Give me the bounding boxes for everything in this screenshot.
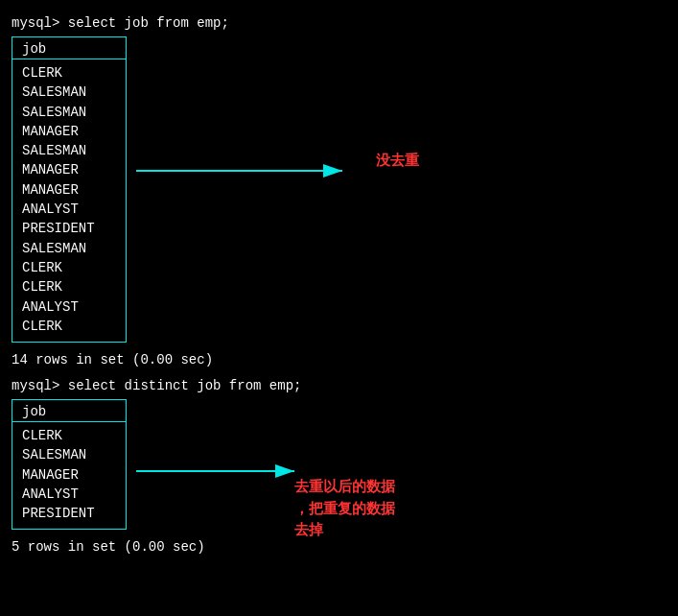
table-row: ANALYST: [22, 200, 116, 219]
arrow1: [136, 152, 357, 190]
annotation2-line2: ，把重复的数据: [294, 498, 395, 520]
annotation2: 去重以后的数据 ，把重复的数据 去掉: [294, 476, 395, 541]
table-row: MANAGER: [22, 180, 116, 200]
table-row: SALESMAN: [22, 239, 116, 258]
table-row: CLERK: [22, 258, 116, 277]
table-row: PRESIDENT: [22, 219, 116, 238]
table2-body: CLERKSALESMANMANAGERANALYSTPRESIDENT: [12, 422, 126, 529]
table-row: SALESMAN: [22, 103, 116, 122]
table-row: ANALYST: [22, 485, 116, 504]
result1-line: 14 rows in set (0.00 sec): [12, 352, 666, 367]
table-row: ANALYST: [22, 297, 116, 317]
table-row: CLERK: [22, 317, 116, 336]
table-row: CLERK: [22, 277, 116, 296]
command2: mysql> select distinct job from emp;: [12, 378, 666, 393]
table-row: MANAGER: [22, 122, 116, 141]
result-table-2: job CLERKSALESMANMANAGERANALYSTPRESIDENT: [12, 399, 127, 530]
annotation1: 没去重: [376, 152, 419, 170]
query1-section: mysql> select job from emp; job CLERKSAL…: [12, 15, 666, 370]
table-row: MANAGER: [22, 160, 116, 179]
annotation2-line1: 去重以后的数据: [294, 476, 395, 498]
command1: mysql> select job from emp;: [12, 15, 666, 31]
arrow2: [136, 452, 309, 490]
table2-header: job: [12, 400, 126, 422]
table-row: CLERK: [22, 426, 116, 445]
table-row: CLERK: [22, 63, 116, 83]
table-row: SALESMAN: [22, 141, 116, 160]
table-row: SALESMAN: [22, 83, 116, 102]
table-row: PRESIDENT: [22, 504, 116, 523]
query2-section: mysql> select distinct job from emp; job…: [12, 378, 666, 555]
table1-body: CLERKSALESMANSALESMANMANAGERSALESMANMANA…: [12, 59, 126, 342]
result-table-1: job CLERKSALESMANSALESMANMANAGERSALESMAN…: [12, 36, 127, 343]
annotation2-line3: 去掉: [294, 519, 395, 541]
table-row: SALESMAN: [22, 445, 116, 464]
table-row: MANAGER: [22, 465, 116, 485]
table1-header: job: [12, 37, 126, 59]
result2-line: 5 rows in set (0.00 sec): [12, 539, 666, 555]
